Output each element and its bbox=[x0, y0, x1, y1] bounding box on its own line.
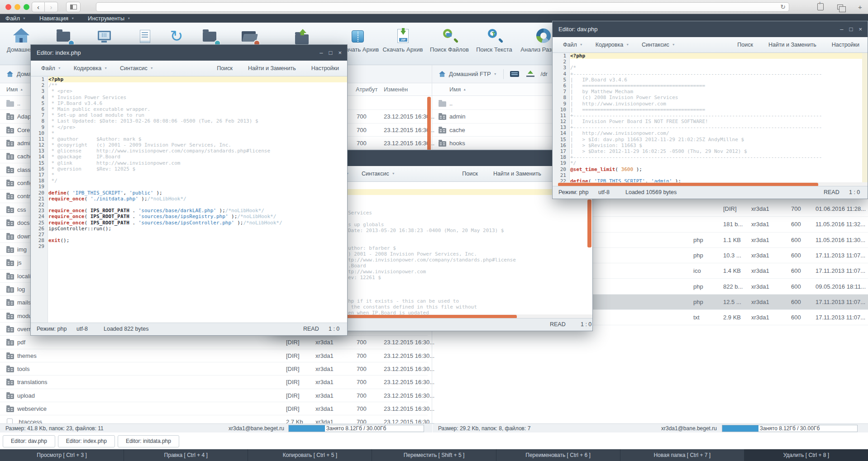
column-modified[interactable]: Изменён bbox=[384, 86, 408, 93]
tab-Editor: index.php[interactable]: Editor: index.php bbox=[58, 435, 115, 447]
editor-menu-Поиск[interactable]: Поиск bbox=[462, 171, 478, 177]
reload-icon[interactable]: ↻ bbox=[780, 3, 786, 10]
folder-icon bbox=[6, 340, 14, 346]
upload-icon[interactable] bbox=[526, 71, 534, 77]
column-name[interactable]: Имя▲ bbox=[449, 86, 466, 93]
toolbar-item-Скачать Архив[interactable]: ZIPСкачать Архив bbox=[376, 25, 430, 53]
minimize-icon[interactable]: – bbox=[840, 26, 843, 33]
file-name: css bbox=[17, 203, 26, 216]
editor-body[interactable]: 12345678910111213141516171819202122<?php… bbox=[553, 53, 868, 182]
code-area[interactable]: <?php /*+-------------------------------… bbox=[570, 53, 868, 182]
window-controls: –□× bbox=[840, 21, 862, 37]
file-ext: php bbox=[693, 279, 703, 295]
code-line: * Last Updated: $Date: 2013-02-26 08:08:… bbox=[48, 118, 347, 124]
toolbar-item[interactable] bbox=[275, 25, 329, 46]
folder-icon bbox=[6, 154, 14, 160]
maximize-icon[interactable]: □ bbox=[849, 26, 853, 33]
window-titlebar[interactable]: Editor: index.php–□× bbox=[31, 45, 347, 61]
column-attr[interactable]: Атрибут bbox=[356, 86, 377, 93]
editor-statusbar: Режим: phputf-8Loaded 822 bytesREAD1 : 0 bbox=[31, 323, 347, 335]
menu-Файл[interactable]: Файл▼ bbox=[5, 15, 26, 22]
table-row[interactable]: upload[DIR]xr3da170023.12.2015 16:30... bbox=[0, 389, 428, 402]
code-line: require_once( IPS_ROOT_PATH . 'sources/b… bbox=[48, 208, 347, 214]
tabs-overview-icon[interactable] bbox=[837, 3, 843, 11]
close-icon[interactable]: × bbox=[338, 49, 342, 56]
folder-icon bbox=[6, 354, 14, 359]
menu-Навигация[interactable]: Навигация▼ bbox=[39, 15, 74, 22]
new-tab-icon[interactable]: + bbox=[858, 3, 862, 11]
file-date: 23.12.2015 16:30... bbox=[384, 402, 434, 415]
editor-menu-Кодировка[interactable]: Кодировка▼ bbox=[596, 42, 629, 48]
table-row[interactable]: webservice[DIR]xr3da170023.12.2015 16:30… bbox=[0, 402, 428, 415]
terminal-icon[interactable] bbox=[510, 71, 519, 77]
table-row[interactable]: pdf[DIR]xr3da170023.12.2015 16:30... bbox=[0, 336, 428, 349]
forward-button[interactable]: › bbox=[45, 2, 58, 12]
table-row[interactable]: themes[DIR]xr3da170023.12.2015 16:30... bbox=[0, 349, 428, 362]
editor-window-index: Editor: index.php–□×Файл▼Кодировка▼Синта… bbox=[30, 44, 348, 336]
table-row[interactable]: translations[DIR]xr3da170023.12.2015 16:… bbox=[0, 375, 428, 389]
chevron-down-icon: ▼ bbox=[672, 43, 675, 46]
right-panel-source[interactable]: Домашний FTP bbox=[449, 71, 491, 77]
code-line bbox=[48, 243, 347, 249]
editor-menu-Настройки[interactable]: Настройки bbox=[832, 42, 859, 48]
code-line: require_once( IPS_ROOT_PATH . 'sources/b… bbox=[48, 220, 347, 226]
window-titlebar[interactable]: Editor: dav.php–□× bbox=[553, 21, 868, 37]
tab-Editor: initdata.php[interactable]: Editor: initdata.php bbox=[118, 435, 179, 447]
code-fragment: .Board bbox=[348, 263, 366, 269]
action-button[interactable]: Копировать [ Ctrl + 5 ] bbox=[248, 449, 372, 461]
editor-menu-Настройки[interactable]: Настройки bbox=[311, 65, 339, 71]
zoom-window-icon[interactable] bbox=[24, 4, 29, 10]
minimize-window-icon[interactable] bbox=[14, 4, 20, 10]
window-title: Editor: dav.php bbox=[558, 26, 597, 33]
close-icon[interactable]: × bbox=[858, 26, 862, 33]
left-panel-scrollbar[interactable] bbox=[427, 97, 431, 152]
tab-Editor: dav.php[interactable]: Editor: dav.php bbox=[3, 435, 55, 447]
toolbar-item[interactable] bbox=[222, 25, 276, 46]
back-button[interactable]: ‹ bbox=[32, 2, 45, 12]
editor-menu-Кодировка[interactable]: Кодировка▼ bbox=[74, 65, 107, 71]
file-date: 17.11.2013 11:07... bbox=[816, 248, 865, 263]
code-line: * Main public executable wrapper. bbox=[48, 106, 347, 112]
editor-body[interactable]: 1234567891011121314151617181920212223242… bbox=[31, 76, 347, 323]
file-name: mails bbox=[17, 296, 31, 309]
action-button[interactable]: Правка [ Ctrl + 4 ] bbox=[124, 449, 248, 461]
file-date: 23.12.2015 16:30... bbox=[384, 349, 434, 362]
toolbar-item-Поиск Текста[interactable]: TПоиск Текста bbox=[467, 25, 521, 53]
editor-menu-Синтаксис[interactable]: Синтаксис▼ bbox=[642, 42, 675, 48]
editor-vscrollbar-thumb[interactable] bbox=[587, 200, 591, 247]
action-button[interactable]: Удалить [ Ctrl + 8 ] bbox=[744, 449, 868, 461]
code-line: | Invision Power Board IS NOT FREE SOFTW… bbox=[570, 119, 868, 124]
code-fragment: s up globals bbox=[348, 222, 384, 228]
table-row[interactable]: tools[DIR]xr3da170023.12.2015 16:30... bbox=[0, 362, 428, 375]
code-line bbox=[48, 202, 347, 208]
code-line: * @license http://www.invisionpower.com/… bbox=[48, 148, 347, 154]
editor-menu-Найти и Заменить[interactable]: Найти и Заменить bbox=[248, 65, 296, 71]
code-area[interactable]: <?php/** * <pre> * Invision Power Servic… bbox=[48, 76, 347, 249]
editor-menu-Синтаксис[interactable]: Синтаксис▼ bbox=[362, 171, 395, 177]
minimize-icon[interactable]: – bbox=[320, 49, 323, 56]
action-button[interactable]: Новая папка [ Ctrl + 7 ] bbox=[620, 449, 744, 461]
editor-vscrollbar[interactable] bbox=[862, 53, 868, 182]
action-button[interactable]: Переименовать [ Ctrl + 6 ] bbox=[496, 449, 620, 461]
editor-window-dav: Editor: dav.php–□×Файл▼Кодировка▼Синтакс… bbox=[552, 21, 868, 199]
editor-menu-Поиск[interactable]: Поиск bbox=[217, 65, 233, 71]
close-window-icon[interactable] bbox=[5, 4, 11, 10]
menu-Инструменты[interactable]: Инструменты▼ bbox=[88, 15, 130, 22]
editor-menu-Файл[interactable]: Файл▼ bbox=[41, 65, 61, 71]
address-bar[interactable]: ↻ bbox=[96, 2, 789, 12]
editor-menu-Поиск[interactable]: Поиск bbox=[737, 42, 753, 48]
column-name[interactable]: Имя▲ bbox=[6, 86, 23, 93]
editor-menu-Найти и Заменить[interactable]: Найти и Заменить bbox=[493, 171, 541, 177]
editor-menu-Синтаксис[interactable]: Синтаксис▼ bbox=[120, 65, 153, 71]
editor-menu-Файл[interactable]: Файл▼ bbox=[563, 42, 583, 48]
action-button[interactable]: Просмотр [ Ctrl + 3 ] bbox=[0, 449, 124, 461]
share-icon[interactable] bbox=[817, 3, 824, 12]
action-button[interactable]: Переместить [ Shift + 5 ] bbox=[372, 449, 496, 461]
left-panel-statusbar: Размер: 41.8 Kb, папок: 23, файлов: 11 x… bbox=[0, 423, 432, 432]
sidebar-toggle-button[interactable] bbox=[66, 2, 81, 12]
file-owner: xr3da1 bbox=[751, 295, 769, 310]
editor-menu-Найти и Заменить[interactable]: Найти и Заменить bbox=[768, 42, 816, 48]
code-fragment: ) 2001 - 2008 Invision Power Services, I… bbox=[348, 251, 477, 257]
maximize-icon[interactable]: □ bbox=[329, 49, 333, 56]
file-size: [DIR] bbox=[286, 336, 300, 349]
